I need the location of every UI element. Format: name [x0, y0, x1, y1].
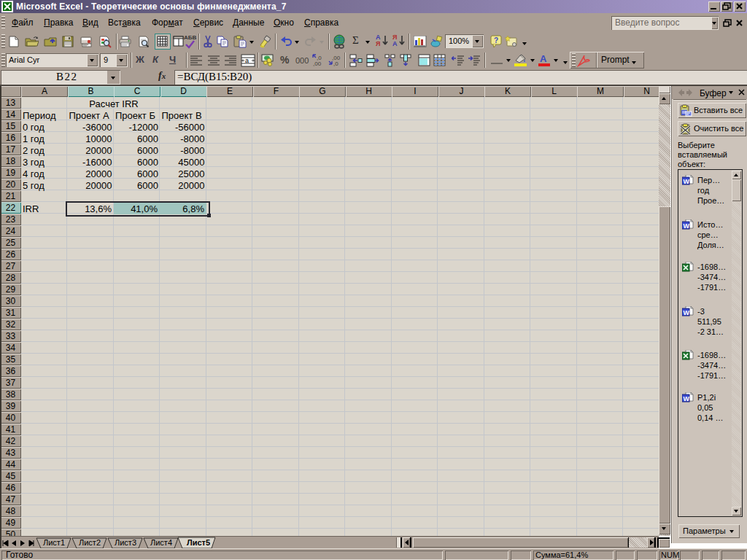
svg-text:W: W: [684, 395, 690, 402]
svg-text:a: a: [245, 57, 249, 64]
svg-text:?: ?: [494, 36, 498, 44]
svg-text:,00: ,00: [313, 61, 322, 66]
svg-text:W: W: [684, 309, 690, 316]
svg-text:,0: ,0: [333, 61, 338, 66]
svg-text:W: W: [684, 178, 690, 185]
svg-text:W: W: [684, 222, 690, 230]
